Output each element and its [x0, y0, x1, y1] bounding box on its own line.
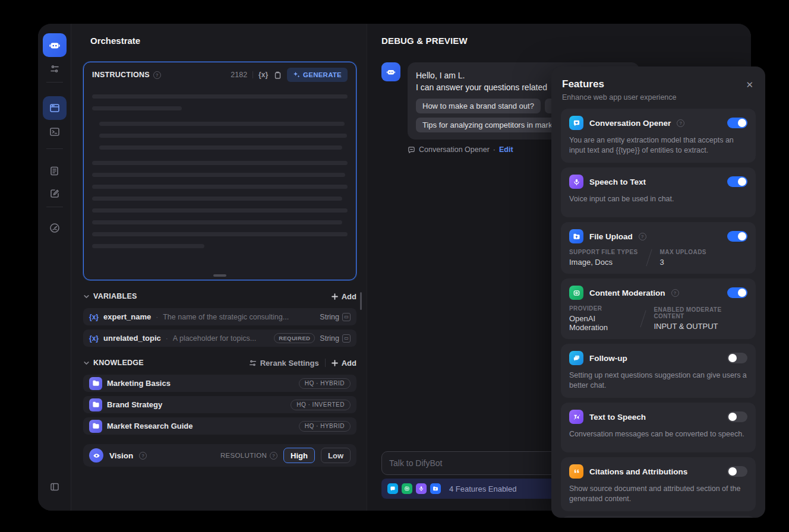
conversation-opener-mini-icon	[387, 483, 398, 494]
configuration-panel: INSTRUCTIONS ? 2182 {x} GENERATE	[83, 62, 356, 467]
settings-sliders-icon[interactable]	[48, 62, 62, 76]
feature-name: Follow-up	[589, 354, 627, 363]
sidebar-item-annotations[interactable]	[43, 182, 67, 205]
knowledge-row[interactable]: Marketing Basics HQ · HYBRID	[83, 375, 356, 392]
instructions-title: INSTRUCTIONS	[92, 71, 150, 79]
feature-field: MAX UPLOADS 3	[660, 249, 706, 267]
variable-insert-icon[interactable]: {x}	[258, 71, 268, 79]
collapse-sidebar-icon[interactable]	[48, 480, 62, 494]
text-to-speech-icon	[569, 410, 583, 424]
feature-card-speech-to-text: Speech to Text Voice input can be used i…	[561, 167, 756, 217]
gauge-icon	[49, 223, 60, 233]
content-moderation-icon	[569, 286, 583, 300]
rerank-label: Rerank Settings	[260, 359, 319, 368]
content-moderation-toggle[interactable]	[727, 287, 747, 298]
vision-eye-icon	[89, 448, 103, 463]
input-type-icon: ▭	[342, 313, 351, 321]
file-upload-mini-icon	[430, 483, 441, 494]
retrieval-badge: HQ · HYBRID	[299, 378, 351, 389]
features-panel-subtitle: Enhance web app user experience	[562, 93, 755, 102]
suggested-question-chip[interactable]: Tips for analyzing competitors in market	[416, 118, 565, 132]
resolution-high-button[interactable]: High	[283, 448, 315, 463]
help-icon[interactable]: ?	[139, 452, 147, 460]
add-variable-button[interactable]: Add	[332, 292, 356, 301]
variable-icon: {x}	[89, 334, 99, 343]
dataset-name: Market Research Guide	[107, 422, 193, 430]
dataset-folder-icon	[89, 377, 102, 390]
add-knowledge-button[interactable]: Add	[332, 359, 356, 368]
feature-card-annotation-reply: Annotation Reply	[561, 516, 756, 518]
retrieval-badge: HQ · HYBRID	[299, 421, 351, 432]
text-to-speech-toggle[interactable]	[727, 411, 747, 422]
plus-icon	[332, 360, 338, 366]
feature-name: Speech to Text	[589, 178, 646, 186]
variable-description: A placeholder for topics...	[173, 334, 269, 343]
opener-label: Conversation Opener	[419, 145, 490, 154]
feature-card-text-to-speech: Text to Speech Conversation messages can…	[561, 403, 756, 452]
app-logo[interactable]	[43, 33, 67, 57]
char-count: 2182	[231, 71, 247, 79]
sidebar-divider	[46, 82, 63, 83]
dot-separator: ·	[156, 313, 158, 321]
file-upload-toggle[interactable]	[727, 231, 747, 242]
help-icon[interactable]: ?	[270, 452, 277, 460]
variable-name: expert_name	[103, 312, 151, 321]
speech-to-text-mini-icon	[416, 483, 427, 494]
variable-description: The name of the strategic consulting...	[163, 313, 315, 321]
sidebar-item-logs[interactable]	[43, 159, 67, 183]
help-icon[interactable]: ?	[671, 289, 679, 297]
knowledge-row[interactable]: Market Research Guide HQ · HYBRID	[83, 417, 356, 435]
rerank-settings-button[interactable]: Rerank Settings	[249, 359, 319, 368]
sliders-icon	[249, 359, 257, 367]
follow-up-toggle[interactable]	[727, 353, 747, 363]
speech-to-text-toggle[interactable]	[727, 176, 747, 187]
close-icon[interactable]: ✕	[746, 80, 753, 90]
dataset-folder-icon	[89, 398, 102, 411]
speech-to-text-icon	[569, 175, 583, 189]
citations-toggle[interactable]	[727, 466, 747, 477]
conversation-opener-icon	[569, 116, 583, 130]
resolution-low-button[interactable]: Low	[321, 448, 351, 463]
instructions-panel[interactable]: INSTRUCTIONS ? 2182 {x} GENERATE	[83, 62, 356, 280]
sidebar-item-orchestrate[interactable]	[43, 96, 67, 120]
feature-card-content-moderation: Content Moderation ? PROVIDER OpenAI Mod…	[561, 278, 756, 339]
debug-preview-title: DEBUG & PREVIEW	[367, 24, 751, 46]
chevron-down-icon[interactable]	[83, 293, 90, 300]
sidebar-item-monitoring[interactable]	[43, 216, 67, 240]
edit-icon	[49, 188, 60, 199]
feature-name: Content Moderation	[589, 289, 665, 297]
knowledge-row[interactable]: Brand Strategy HQ · INVERTED	[83, 396, 356, 413]
feature-card-follow-up: Follow-up Setting up next questions sugg…	[561, 344, 756, 398]
variable-row[interactable]: {x} expert_name · The name of the strate…	[83, 308, 356, 325]
feature-name: Text to Speech	[589, 413, 646, 422]
section-divider	[325, 359, 326, 367]
feature-description: Conversation messages can be converted t…	[569, 429, 747, 439]
feature-description: Setting up next questions suggestion can…	[569, 370, 747, 391]
dataset-name: Marketing Basics	[107, 379, 171, 388]
variables-title: VARIABLES	[93, 292, 137, 300]
variables-header: VARIABLES Add	[83, 284, 356, 308]
add-label: Add	[342, 292, 356, 301]
feature-name: File Upload	[589, 232, 633, 241]
column-resize-handle[interactable]	[360, 292, 362, 310]
dot-separator: ·	[493, 145, 496, 154]
chat-bubble-icon	[408, 146, 415, 154]
conversation-opener-toggle[interactable]	[727, 118, 747, 128]
chevron-down-icon[interactable]	[83, 360, 90, 366]
variable-row[interactable]: {x} unrelated_topic · A placeholder for …	[83, 330, 356, 347]
copy-icon[interactable]	[273, 71, 282, 80]
generate-button[interactable]: GENERATE	[287, 68, 348, 82]
sidebar-item-terminal[interactable]	[43, 120, 67, 144]
edit-opener-link[interactable]: Edit	[499, 145, 513, 154]
vision-setting-row: Vision ? RESOLUTION ? High Low	[83, 444, 356, 467]
help-icon[interactable]: ?	[639, 233, 646, 240]
field-divider	[646, 249, 652, 267]
help-icon[interactable]: ?	[153, 71, 161, 79]
knowledge-header: KNOWLEDGE Rerank Settings Add	[83, 351, 356, 375]
resize-handle[interactable]	[213, 274, 226, 277]
plus-icon	[332, 293, 338, 300]
retrieval-badge: HQ · INVERTED	[291, 400, 351, 410]
help-icon[interactable]: ?	[677, 119, 684, 127]
suggested-question-chip[interactable]: How to make a brand stand out?	[416, 99, 541, 113]
instructions-placeholder-text	[92, 94, 348, 256]
